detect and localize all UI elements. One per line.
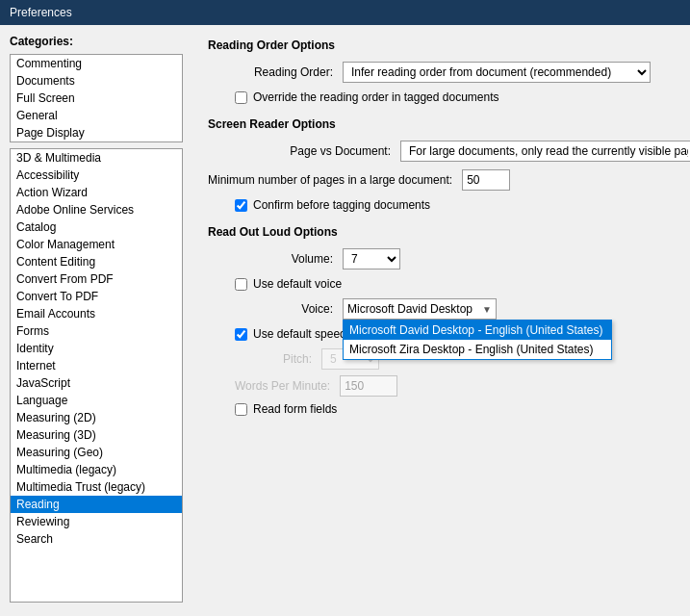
left-panel: Categories: Commenting Documents Full Sc… [0,25,192,612]
screen-reader-section: Screen Reader Options Page vs Document: … [208,117,675,212]
categories-label: Categories: [10,35,183,48]
title-bar: Preferences [0,0,690,25]
sidebar-item-internet[interactable]: Internet [11,357,182,374]
reading-order-select[interactable]: Infer reading order from document (recom… [343,62,651,83]
page-vs-doc-select[interactable]: For large documents, only read the curre… [400,141,690,162]
sidebar-item-3d-multimedia[interactable]: 3D & Multimedia [11,149,182,167]
sidebar-item-catalog[interactable]: Catalog [11,218,182,236]
sidebar-item-measuring-2d[interactable]: Measuring (2D) [11,409,182,426]
sidebar-item-javascript[interactable]: JavaScript [11,374,182,392]
wpm-row: Words Per Minute: [208,375,675,397]
confirm-label: Confirm before tagging documents [253,198,430,212]
sidebar-item-measuring-geo[interactable]: Measuring (Geo) [11,444,182,461]
volume-row: Volume: 12345 678910 [208,248,675,270]
reading-order-header: Reading Order Options [208,38,675,52]
sidebar-item-identity[interactable]: Identity [11,340,182,357]
override-checkbox[interactable] [235,91,247,104]
sidebar-item-accessibility[interactable]: Accessibility [11,167,182,184]
reading-order-label: Reading Order: [208,65,343,79]
confirm-checkbox-row: Confirm before tagging documents [208,198,675,212]
voice-dropdown-container: Microsoft David Desktop ▼ Microsoft Davi… [343,298,497,320]
reading-order-row: Reading Order: Infer reading order from … [208,62,675,83]
read-form-fields-checkbox[interactable] [235,403,247,416]
sidebar-item-action-wizard[interactable]: Action Wizard [11,184,182,201]
sidebar-item-documents[interactable]: Documents [11,72,182,90]
read-form-fields-label: Read form fields [253,402,337,416]
sidebar-item-search[interactable]: Search [11,530,182,548]
voice-dropdown-arrow-icon: ▼ [482,304,492,315]
min-pages-input[interactable] [462,169,510,191]
page-vs-doc-label: Page vs Document: [208,144,400,158]
sidebar-item-content-editing[interactable]: Content Editing [11,253,182,270]
sidebar-item-convert-to-pdf[interactable]: Convert To PDF [11,288,182,305]
sidebar-item-full-screen[interactable]: Full Screen [11,90,182,107]
min-pages-label: Minimum number of pages in a large docum… [208,173,462,187]
sidebar-item-adobe-online-services[interactable]: Adobe Online Services [11,201,182,218]
override-checkbox-row: Override the reading order in tagged doc… [208,90,675,104]
volume-label: Volume: [208,252,343,266]
screen-reader-header: Screen Reader Options [208,117,675,131]
page-vs-doc-row: Page vs Document: For large documents, o… [208,141,675,162]
sidebar-item-language[interactable]: Language [11,392,182,409]
sidebar-item-forms[interactable]: Forms [11,322,182,340]
sidebar-item-email-accounts[interactable]: Email Accounts [11,305,182,322]
read-form-fields-row: Read form fields [208,402,675,416]
volume-select[interactable]: 12345 678910 [343,248,400,270]
use-default-voice-checkbox[interactable] [235,278,247,291]
read-out-loud-section: Read Out Loud Options Volume: 12345 6789… [208,225,675,416]
right-panel: Reading Order Options Reading Order: Inf… [192,25,690,612]
use-default-voice-row: Use default voice [208,277,675,291]
sidebar-item-color-management[interactable]: Color Management [11,236,182,253]
override-label: Override the reading order in tagged doc… [253,90,499,104]
read-out-loud-header: Read Out Loud Options [208,225,675,239]
wpm-label: Words Per Minute: [235,379,340,393]
sidebar-item-commenting[interactable]: Commenting [11,55,182,72]
min-pages-row: Minimum number of pages in a large docum… [208,169,675,191]
voice-option-david[interactable]: Microsoft David Desktop - English (Unite… [344,321,611,340]
pitch-label: Pitch: [235,352,321,366]
voice-option-zira[interactable]: Microsoft Zira Desktop - English (United… [344,340,611,359]
categories-top-list: Commenting Documents Full Screen General… [10,54,183,142]
use-default-speech-checkbox[interactable] [235,328,247,341]
voice-label: Voice: [208,302,343,316]
categories-scroll-list[interactable]: 3D & Multimedia Accessibility Action Wiz… [10,148,183,603]
voice-row: Voice: Microsoft David Desktop ▼ Microso… [208,298,675,320]
sidebar-item-reviewing[interactable]: Reviewing [11,513,182,530]
voice-dropdown-button[interactable]: Microsoft David Desktop ▼ [343,298,497,320]
sidebar-item-multimedia-trust-legacy[interactable]: Multimedia Trust (legacy) [11,478,182,496]
use-default-voice-label: Use default voice [253,277,342,291]
confirm-checkbox[interactable] [235,199,247,212]
sidebar-item-convert-from-pdf[interactable]: Convert From PDF [11,270,182,288]
sidebar-item-page-display[interactable]: Page Display [11,124,182,141]
reading-order-section: Reading Order Options Reading Order: Inf… [208,38,675,104]
sidebar-item-measuring-3d[interactable]: Measuring (3D) [11,426,182,444]
title-text: Preferences [10,6,72,19]
wpm-input [340,375,397,397]
voice-dropdown-list: Microsoft David Desktop - English (Unite… [343,320,612,360]
sidebar-item-general[interactable]: General [11,107,182,124]
sidebar-item-multimedia-legacy[interactable]: Multimedia (legacy) [11,461,182,478]
voice-selected-value: Microsoft David Desktop [347,302,473,316]
sidebar-item-reading[interactable]: Reading [11,496,182,513]
